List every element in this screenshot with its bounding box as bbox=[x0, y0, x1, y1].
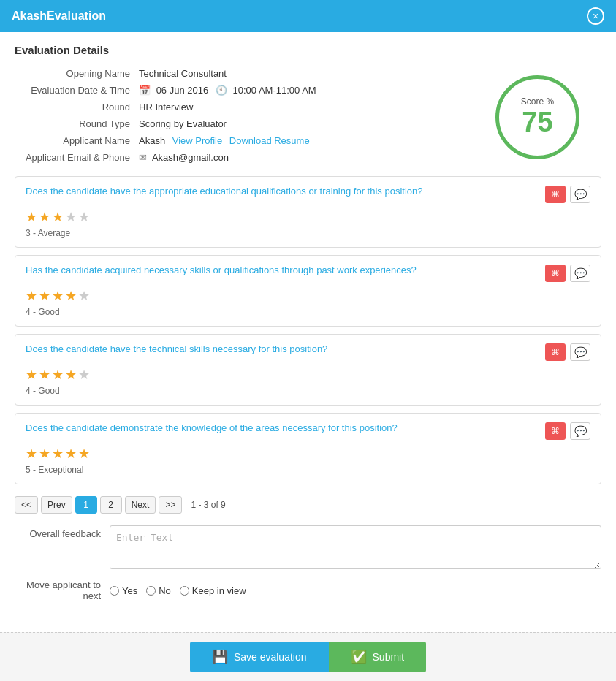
evaluation-datetime-value: 📅 06 Jun 2016 🕙 10:00 AM-11:00 AM bbox=[139, 85, 495, 96]
rating-label-3: 4 - Good bbox=[26, 386, 590, 396]
move-applicant-row: Move applicant to next Yes No Keep in vi… bbox=[15, 579, 601, 601]
star-4-4[interactable]: ★ bbox=[65, 446, 77, 462]
main-content: Evaluation Details Opening Name Technica… bbox=[0, 32, 616, 632]
star-4-1[interactable]: ★ bbox=[26, 446, 37, 462]
details-and-score: Opening Name Technical Consultant Evalua… bbox=[15, 68, 601, 169]
star-3-3[interactable]: ★ bbox=[52, 367, 64, 383]
star-1-2[interactable]: ★ bbox=[39, 209, 50, 225]
star-2-1[interactable]: ★ bbox=[26, 288, 37, 304]
round-label: Round bbox=[15, 102, 139, 113]
move-no-radio[interactable] bbox=[146, 586, 156, 596]
applicant-name-value: Akash View Profile Download Resume bbox=[139, 135, 495, 146]
questions-container: Does the candidate have the appropriate … bbox=[15, 176, 601, 484]
submit-icon: ✅ bbox=[351, 649, 367, 665]
email-icon: ✉ bbox=[139, 152, 147, 163]
stars-2: ★★★★★ bbox=[26, 288, 590, 304]
opening-name-label: Opening Name bbox=[15, 68, 139, 79]
comment-button-1[interactable]: 💬 bbox=[570, 186, 590, 203]
view-profile-link[interactable]: View Profile bbox=[172, 135, 222, 146]
move-yes-radio[interactable] bbox=[110, 586, 119, 596]
page-2-button[interactable]: 2 bbox=[100, 496, 122, 514]
comment-button-3[interactable]: 💬 bbox=[570, 343, 590, 361]
cmd-button-2[interactable]: ⌘ bbox=[545, 265, 566, 282]
move-no-option[interactable]: No bbox=[146, 585, 171, 596]
evaluation-datetime-row: Evaluation Date & Time 📅 06 Jun 2016 🕙 1… bbox=[15, 85, 495, 96]
close-button[interactable]: × bbox=[587, 7, 604, 25]
cmd-button-3[interactable]: ⌘ bbox=[545, 343, 566, 361]
star-1-5[interactable]: ★ bbox=[78, 209, 90, 225]
move-keep-radio[interactable] bbox=[180, 586, 189, 596]
move-yes-option[interactable]: Yes bbox=[110, 585, 137, 596]
move-keep-option[interactable]: Keep in view bbox=[180, 585, 246, 596]
calendar-icon: 📅 bbox=[139, 85, 151, 96]
score-label: Score % bbox=[521, 96, 554, 107]
question-card-2: Has the candidate acquired necessary ski… bbox=[15, 255, 601, 327]
move-applicant-label: Move applicant to next bbox=[15, 579, 110, 601]
question-text-3: Does the candidate have the technical sk… bbox=[26, 343, 545, 354]
stars-4: ★★★★★ bbox=[26, 446, 590, 462]
score-circle: Score % 75 bbox=[495, 75, 579, 159]
star-1-4[interactable]: ★ bbox=[65, 209, 77, 225]
rating-label-1: 3 - Average bbox=[26, 228, 590, 238]
rating-label-2: 4 - Good bbox=[26, 307, 590, 317]
details-left: Opening Name Technical Consultant Evalua… bbox=[15, 68, 495, 169]
evaluation-time: 10:00 AM-11:00 AM bbox=[232, 85, 316, 96]
round-value: HR Interview bbox=[139, 102, 495, 113]
page-info: 1 - 3 of 9 bbox=[191, 500, 225, 510]
applicant-email: Akash@gmail.con bbox=[152, 152, 229, 163]
feedback-label: Overall feedback bbox=[15, 525, 110, 539]
stars-1: ★★★★★ bbox=[26, 209, 590, 225]
move-applicant-options: Yes No Keep in view bbox=[110, 585, 246, 596]
question-card-1: Does the candidate have the appropriate … bbox=[15, 176, 601, 248]
cmd-button-1[interactable]: ⌘ bbox=[545, 186, 566, 203]
star-1-3[interactable]: ★ bbox=[52, 209, 64, 225]
star-3-4[interactable]: ★ bbox=[65, 367, 77, 383]
last-page-button[interactable]: >> bbox=[159, 496, 182, 514]
score-value: 75 bbox=[522, 107, 552, 138]
applicant-name-label: Applicant Name bbox=[15, 135, 139, 146]
submit-label: Submit bbox=[373, 651, 405, 663]
stars-3: ★★★★★ bbox=[26, 367, 590, 383]
star-3-2[interactable]: ★ bbox=[39, 367, 50, 383]
star-4-2[interactable]: ★ bbox=[39, 446, 50, 462]
feedback-textarea[interactable] bbox=[110, 525, 601, 569]
question-text-2: Has the candidate acquired necessary ski… bbox=[26, 265, 545, 275]
prev-page-button[interactable]: Prev bbox=[41, 496, 72, 514]
submit-button[interactable]: ✅ Submit bbox=[329, 642, 427, 672]
question-text-1: Does the candidate have the appropriate … bbox=[26, 186, 545, 197]
first-page-button[interactable]: << bbox=[15, 496, 38, 514]
question-card-4: Does the candidate demonstrate the knowl… bbox=[15, 413, 601, 484]
star-2-3[interactable]: ★ bbox=[52, 288, 64, 304]
star-2-2[interactable]: ★ bbox=[39, 288, 50, 304]
star-3-5[interactable]: ★ bbox=[78, 367, 90, 383]
round-row: Round HR Interview bbox=[15, 102, 495, 113]
cmd-button-4[interactable]: ⌘ bbox=[545, 422, 566, 440]
evaluation-date: 06 Jun 2016 bbox=[156, 85, 209, 96]
next-page-button[interactable]: Next bbox=[125, 496, 156, 514]
comment-button-2[interactable]: 💬 bbox=[570, 265, 590, 282]
opening-name-value: Technical Consultant bbox=[139, 68, 495, 79]
question-card-3: Does the candidate have the technical sk… bbox=[15, 334, 601, 406]
star-3-1[interactable]: ★ bbox=[26, 367, 37, 383]
download-resume-link[interactable]: Download Resume bbox=[229, 135, 310, 146]
clock-icon: 🕙 bbox=[216, 85, 227, 96]
applicant-email-value: ✉ Akash@gmail.con bbox=[139, 152, 495, 163]
applicant-name-row: Applicant Name Akash View Profile Downlo… bbox=[15, 135, 495, 146]
star-4-3[interactable]: ★ bbox=[52, 446, 64, 462]
bottom-bar: 💾 Save evaluation ✅ Submit bbox=[0, 632, 616, 681]
applicant-email-label: Applicant Email & Phone bbox=[15, 152, 139, 163]
round-type-row: Round Type Scoring by Evaluator bbox=[15, 118, 495, 129]
app-header: AkashEvaluation × bbox=[0, 0, 616, 32]
star-4-5[interactable]: ★ bbox=[78, 446, 90, 462]
page-1-button[interactable]: 1 bbox=[75, 496, 97, 514]
opening-name-row: Opening Name Technical Consultant bbox=[15, 68, 495, 79]
comment-button-4[interactable]: 💬 bbox=[570, 422, 590, 440]
star-1-1[interactable]: ★ bbox=[26, 209, 37, 225]
star-2-4[interactable]: ★ bbox=[65, 288, 77, 304]
rating-label-4: 5 - Exceptional bbox=[26, 465, 590, 475]
save-evaluation-button[interactable]: 💾 Save evaluation bbox=[190, 642, 329, 672]
app-title: AkashEvaluation bbox=[12, 9, 106, 23]
question-text-4: Does the candidate demonstrate the knowl… bbox=[26, 422, 545, 433]
star-2-5[interactable]: ★ bbox=[78, 288, 90, 304]
overall-feedback-row: Overall feedback bbox=[15, 525, 601, 569]
